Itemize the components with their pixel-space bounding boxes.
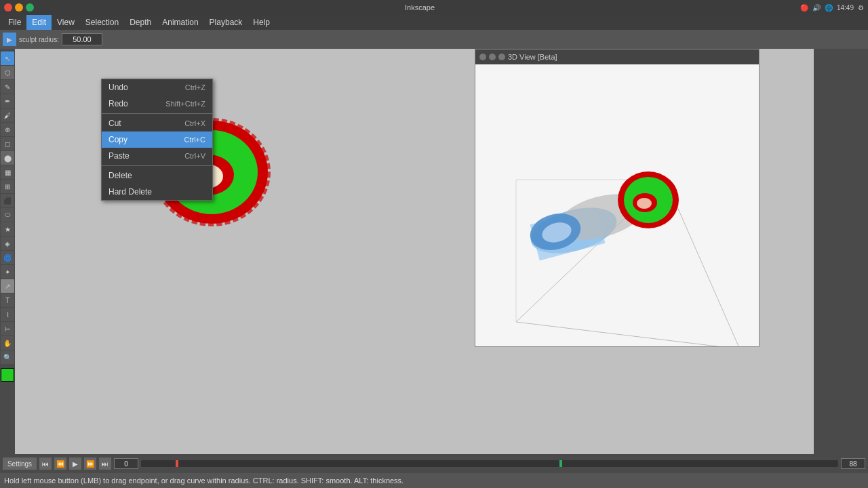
menu-view[interactable]: View bbox=[52, 15, 80, 30]
toolbar: ▶ sculpt radius: bbox=[0, 30, 868, 49]
menu-cut[interactable]: Cut Ctrl+X bbox=[102, 115, 212, 131]
canvas-area[interactable]: 3D View [Beta] bbox=[15, 49, 814, 454]
tool-select[interactable]: ▶ bbox=[3, 33, 16, 46]
tool-ellipse[interactable]: ⬭ bbox=[1, 208, 14, 222]
redo-shortcut: Shift+Ctrl+Z bbox=[165, 100, 205, 108]
tool-rect[interactable]: ⬛ bbox=[1, 194, 14, 207]
separator-2 bbox=[102, 165, 212, 166]
minimize-button[interactable] bbox=[15, 3, 23, 12]
3d-view-content[interactable] bbox=[475, 64, 759, 346]
edit-dropdown-menu: Undo Ctrl+Z Redo Shift+Ctrl+Z Cut Ctrl+X… bbox=[101, 79, 213, 201]
system-tray: 🔴 🔊 🌐 14:49 ⚙ bbox=[800, 4, 864, 12]
paste-shortcut: Ctrl+V bbox=[184, 152, 205, 160]
tool-hand[interactable]: ✋ bbox=[1, 336, 14, 350]
menu-hard-delete[interactable]: Hard Delete bbox=[102, 184, 212, 200]
cut-shortcut: Ctrl+X bbox=[184, 119, 205, 127]
tray-icon-4: ⚙ bbox=[858, 4, 864, 12]
menu-paste[interactable]: Paste Ctrl+V bbox=[102, 148, 212, 164]
right-sidebar bbox=[814, 49, 868, 454]
timeline-end-marker bbox=[559, 460, 562, 467]
sculpt-radius-input[interactable] bbox=[62, 33, 102, 45]
tool-brush[interactable]: 🖌 bbox=[1, 108, 14, 122]
sculpt-label: sculpt radius: bbox=[19, 36, 59, 43]
window-title: Inkscape bbox=[39, 3, 800, 12]
maximize-button[interactable] bbox=[26, 3, 34, 12]
menu-selection[interactable]: Selection bbox=[80, 15, 124, 30]
tool-star[interactable]: ★ bbox=[1, 222, 14, 236]
3d-view-title: 3D View [Beta] bbox=[508, 53, 557, 61]
copy-shortcut: Ctrl+C bbox=[184, 136, 205, 144]
tool-connector[interactable]: ⌇ bbox=[1, 308, 14, 321]
frame-end-input[interactable] bbox=[841, 458, 865, 469]
view-dot-2 bbox=[489, 54, 496, 60]
menu-delete[interactable]: Delete bbox=[102, 167, 212, 184]
window-controls[interactable] bbox=[4, 3, 34, 12]
tool-zoom2[interactable]: 🔍 bbox=[1, 350, 14, 364]
timeline-start-marker bbox=[176, 460, 178, 467]
status-message: Hold left mouse button (LMB) to drag end… bbox=[4, 476, 403, 485]
clock: 14:49 bbox=[837, 4, 854, 12]
settings-button[interactable]: Settings bbox=[3, 458, 37, 470]
play-button[interactable]: ▶ bbox=[69, 458, 81, 470]
redo-label: Redo bbox=[108, 99, 128, 108]
view-dot-3 bbox=[498, 54, 505, 60]
frame-current-input[interactable] bbox=[114, 458, 138, 469]
menu-edit[interactable]: Edit bbox=[26, 15, 52, 30]
tool-3d-box[interactable]: ◈ bbox=[1, 237, 14, 250]
separator-1 bbox=[102, 113, 212, 114]
hard-delete-label: Hard Delete bbox=[108, 187, 152, 197]
undo-label: Undo bbox=[108, 83, 128, 92]
menu-animation[interactable]: Animation bbox=[157, 15, 203, 30]
status-bar: Hold left mouse button (LMB) to drag end… bbox=[0, 473, 868, 488]
tool-cursor[interactable]: ↖ bbox=[1, 52, 14, 65]
tool-node[interactable]: ⬡ bbox=[1, 66, 14, 79]
floor-grid bbox=[475, 64, 759, 346]
tray-icon-1: 🔴 bbox=[800, 4, 808, 12]
tool-pen[interactable]: ✦ bbox=[1, 265, 14, 279]
color-fill-swatch[interactable] bbox=[1, 368, 14, 382]
tray-icon-3: 🌐 bbox=[825, 4, 833, 12]
tool-sculpt[interactable]: ↗ bbox=[1, 279, 14, 293]
close-button[interactable] bbox=[4, 3, 12, 12]
menu-help[interactable]: Help bbox=[248, 15, 275, 30]
tool-eraser[interactable]: ◻ bbox=[1, 137, 14, 150]
tool-text[interactable]: T bbox=[1, 293, 14, 307]
menu-playback[interactable]: Playback bbox=[204, 15, 248, 30]
next-frame-button[interactable]: ⏩ bbox=[84, 458, 96, 470]
tool-zoom[interactable]: ✎ bbox=[1, 80, 14, 94]
tool-spray[interactable]: ⊕ bbox=[1, 123, 14, 136]
cut-label: Cut bbox=[108, 119, 121, 128]
menu-undo[interactable]: Undo Ctrl+Z bbox=[102, 79, 212, 96]
menu-bar: File Edit View Selection Depth Animation… bbox=[0, 15, 868, 30]
menu-redo[interactable]: Redo Shift+Ctrl+Z bbox=[102, 96, 212, 112]
main-layout: ↖ ⬡ ✎ ✒ 🖌 ⊕ ◻ ⬤ ▦ ⊞ ⬛ ⬭ ★ ◈ 🌀 ✦ ↗ T ⌇ ⊢ … bbox=[0, 49, 868, 454]
title-bar: Inkscape 🔴 🔊 🌐 14:49 ⚙ bbox=[0, 0, 868, 15]
timeline: Settings ⏮ ⏪ ▶ ⏩ ⏭ bbox=[0, 454, 868, 473]
undo-shortcut: Ctrl+Z bbox=[185, 83, 205, 92]
paste-label: Paste bbox=[108, 151, 130, 161]
copy-label: Copy bbox=[108, 135, 127, 144]
tool-fill[interactable]: ⬤ bbox=[1, 151, 14, 165]
tool-measure[interactable]: ⊢ bbox=[1, 322, 14, 336]
svg-point-16 bbox=[637, 198, 652, 209]
prev-frame-button[interactable]: ⏪ bbox=[54, 458, 66, 470]
tool-gradient[interactable]: ▦ bbox=[1, 165, 14, 179]
tool-dropper[interactable]: ⊞ bbox=[1, 180, 14, 193]
tool-pencil[interactable]: ✒ bbox=[1, 94, 14, 108]
tray-icon-2: 🔊 bbox=[812, 4, 821, 12]
menu-depth[interactable]: Depth bbox=[124, 15, 157, 30]
tool-sidebar: ↖ ⬡ ✎ ✒ 🖌 ⊕ ◻ ⬤ ▦ ⊞ ⬛ ⬭ ★ ◈ 🌀 ✦ ↗ T ⌇ ⊢ … bbox=[0, 49, 15, 454]
menu-copy[interactable]: Copy Ctrl+C bbox=[102, 131, 212, 148]
menu-file[interactable]: File bbox=[3, 15, 26, 30]
delete-label: Delete bbox=[108, 171, 132, 180]
3d-view-titlebar: 3D View [Beta] bbox=[475, 49, 759, 64]
skip-start-button[interactable]: ⏮ bbox=[39, 458, 52, 470]
svg-line-6 bbox=[516, 322, 740, 346]
tool-spiral[interactable]: 🌀 bbox=[1, 251, 14, 264]
3d-view-panel: 3D View [Beta] bbox=[475, 49, 760, 347]
timeline-track[interactable] bbox=[141, 460, 838, 467]
skip-end-button[interactable]: ⏭ bbox=[99, 458, 111, 470]
view-dot-1 bbox=[479, 54, 486, 60]
